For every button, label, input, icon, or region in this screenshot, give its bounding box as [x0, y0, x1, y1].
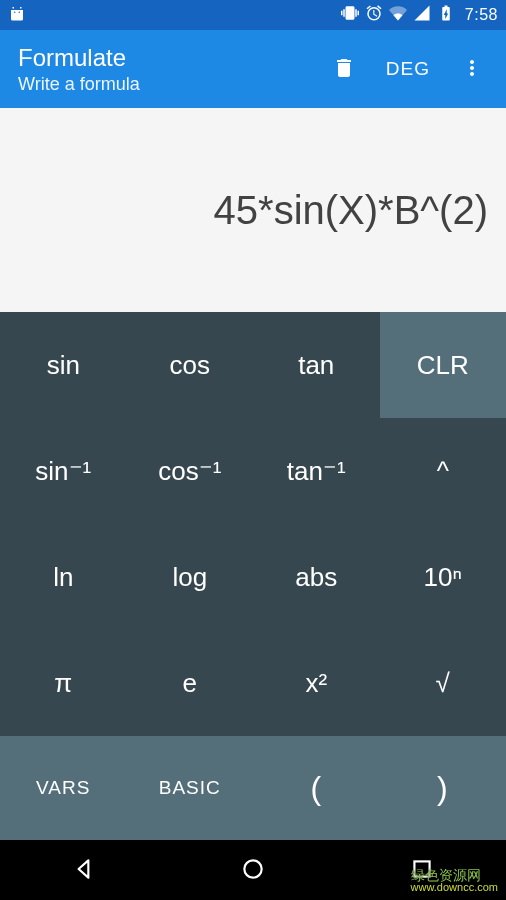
function-keypad: sin cos tan CLR sin⁻¹ cos⁻¹ tan⁻¹ ^ ln l…: [0, 312, 506, 736]
key-log[interactable]: log: [127, 524, 254, 630]
status-time: 7:58: [465, 6, 498, 24]
nav-back-button[interactable]: [54, 846, 114, 894]
alarm-icon: [365, 4, 383, 26]
back-icon: [71, 856, 97, 885]
key-cos[interactable]: cos: [127, 312, 254, 418]
signal-icon: [413, 4, 431, 26]
key-power[interactable]: ^: [380, 418, 507, 524]
battery-charging-icon: [437, 4, 455, 26]
key-e[interactable]: e: [127, 630, 254, 736]
key-atan[interactable]: tan⁻¹: [253, 418, 380, 524]
key-ln[interactable]: ln: [0, 524, 127, 630]
key-pi[interactable]: π: [0, 630, 127, 736]
app-subtitle: Write a formula: [18, 74, 320, 95]
vibrate-icon: [341, 4, 359, 26]
navigation-bar: 绿色资源网 www.downcc.com: [0, 840, 506, 900]
trash-icon: [332, 56, 356, 83]
home-icon: [240, 856, 266, 885]
nav-recents-button[interactable]: [392, 846, 452, 894]
key-rparen[interactable]: ): [380, 736, 507, 840]
key-square[interactable]: x²: [253, 630, 380, 736]
formula-display[interactable]: 45*sin(X)*B^(2): [0, 108, 506, 312]
status-bar: 7:58: [0, 0, 506, 30]
key-asin[interactable]: sin⁻¹: [0, 418, 127, 524]
key-lparen[interactable]: (: [253, 736, 380, 840]
key-abs[interactable]: abs: [253, 524, 380, 630]
svg-rect-1: [414, 861, 429, 876]
app-title: Formulate: [18, 44, 320, 72]
key-ten-power[interactable]: 10ⁿ: [380, 524, 507, 630]
delete-button[interactable]: [320, 45, 368, 93]
basic-button[interactable]: BASIC: [127, 736, 254, 840]
recents-icon: [409, 856, 435, 885]
svg-point-0: [244, 860, 261, 877]
nav-home-button[interactable]: [223, 846, 283, 894]
key-acos[interactable]: cos⁻¹: [127, 418, 254, 524]
key-sqrt[interactable]: √: [380, 630, 507, 736]
overflow-menu-button[interactable]: [448, 45, 496, 93]
app-bar: Formulate Write a formula DEG: [0, 30, 506, 108]
debug-icon: [8, 4, 26, 26]
key-clear[interactable]: CLR: [380, 312, 507, 418]
wifi-icon: [389, 4, 407, 26]
more-vert-icon: [460, 56, 484, 83]
key-tan[interactable]: tan: [253, 312, 380, 418]
key-sin[interactable]: sin: [0, 312, 127, 418]
vars-button[interactable]: VARS: [0, 736, 127, 840]
keypad-bottom-row: VARS BASIC ( ): [0, 736, 506, 840]
angle-mode-button[interactable]: DEG: [372, 45, 444, 93]
